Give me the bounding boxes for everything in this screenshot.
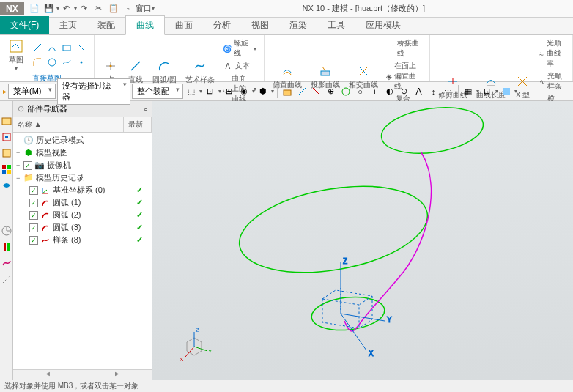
tb-icon-1[interactable]: ⬚ bbox=[185, 85, 198, 98]
nav-icon-1[interactable] bbox=[1, 116, 12, 126]
tab-file[interactable]: 文件(F) bbox=[0, 16, 49, 34]
tab-view[interactable]: 视图 bbox=[241, 16, 279, 34]
tb-icon-16[interactable]: ↕ bbox=[427, 85, 440, 98]
sketch-line-grid bbox=[31, 41, 88, 69]
tb-icon-2[interactable]: ⊡ bbox=[204, 85, 217, 98]
tb-icon-12[interactable]: + bbox=[369, 85, 382, 98]
tb-icon-18[interactable]: ▦ bbox=[462, 85, 475, 98]
tab-analysis[interactable]: 分析 bbox=[203, 16, 241, 34]
tb-icon-3[interactable]: ⊞ bbox=[223, 85, 236, 98]
tb-icon-7[interactable] bbox=[295, 85, 308, 98]
tb-icon-11[interactable]: ○ bbox=[354, 85, 367, 98]
nav-icon-5[interactable] bbox=[1, 180, 12, 191]
window-title: NX 10 - 建模 - [hua.prt（修改的）] bbox=[155, 3, 573, 14]
nav-icon-8[interactable] bbox=[1, 258, 12, 268]
nav-icon-4[interactable] bbox=[1, 164, 12, 174]
viewport-3d[interactable]: Z Y X Z Y X bbox=[152, 101, 573, 380]
tab-render[interactable]: 渲染 bbox=[279, 16, 317, 34]
menu-caret-icon: ▸ bbox=[3, 87, 7, 95]
bridge-curve-button[interactable]: ⌒桥接曲线 bbox=[385, 37, 424, 59]
panel-close-icon[interactable]: ▫ bbox=[144, 105, 147, 114]
art-spline-button[interactable]: 艺术样条 bbox=[183, 57, 217, 86]
nav-icon-3[interactable] bbox=[1, 148, 12, 158]
svg-line-9 bbox=[131, 62, 140, 70]
spline-icon bbox=[40, 235, 51, 245]
tb-icon-17[interactable]: ⋯ bbox=[442, 85, 455, 98]
svg-rect-20 bbox=[5, 136, 8, 138]
xtype-button[interactable]: X 型 bbox=[512, 73, 533, 101]
menu-dropdown[interactable]: 菜单(M) bbox=[8, 84, 56, 99]
tab-curve[interactable]: 曲线 bbox=[125, 15, 165, 35]
tree-csys[interactable]: ✓基准坐标系 (0)✓ bbox=[13, 184, 152, 196]
tb-icon-9[interactable]: ⊕ bbox=[325, 85, 338, 98]
tree-model-history[interactable]: −📁模型历史记录 bbox=[13, 171, 152, 184]
ribbon-group-curve: 点 直线 圆弧/圆 艺术样条 🌀螺旋线▾ A文本 ◡曲面上的曲线▾ 曲线 bbox=[95, 35, 265, 81]
tab-app[interactable]: 应用模块 bbox=[355, 16, 411, 34]
tree-arc-1[interactable]: ✓圆弧 (1)✓ bbox=[13, 196, 152, 209]
tb-icon-20[interactable] bbox=[500, 85, 513, 98]
tb-icon-15[interactable]: ⋀ bbox=[413, 85, 426, 98]
nav-icon-6[interactable] bbox=[1, 226, 12, 236]
sketch-button[interactable]: 草图 ▾ bbox=[6, 37, 26, 73]
scope-dropdown[interactable]: 整个装配 bbox=[132, 84, 183, 99]
tb-icon-5[interactable]: ⬢ bbox=[256, 85, 270, 98]
cut-icon[interactable]: ✂ bbox=[92, 1, 106, 16]
navigator-scroll[interactable]: ◄► bbox=[13, 369, 152, 380]
nav-icon-2[interactable] bbox=[1, 132, 12, 142]
svg-rect-13 bbox=[284, 90, 291, 95]
tab-assembly[interactable]: 装配 bbox=[87, 16, 125, 34]
svg-rect-24 bbox=[2, 170, 6, 174]
tab-surface[interactable]: 曲面 bbox=[165, 16, 203, 34]
svg-rect-10 bbox=[321, 71, 330, 75]
tree-arc-2[interactable]: ✓圆弧 (2)✓ bbox=[13, 209, 152, 221]
spiral-button[interactable]: 🌀螺旋线▾ bbox=[221, 37, 258, 59]
tree-spline-8[interactable]: ✓样条 (8)✓ bbox=[13, 234, 152, 246]
svg-rect-25 bbox=[7, 170, 11, 174]
col-name[interactable]: 名称 ▲ bbox=[13, 117, 124, 132]
tab-tool[interactable]: 工具 bbox=[317, 16, 355, 34]
line-tool-icon[interactable] bbox=[31, 41, 44, 54]
ribbon: 草图 ▾ 直接草图 点 直线 圆弧/圆 艺术样条 🌀螺旋线▾ bbox=[0, 35, 573, 82]
redo-icon[interactable]: ↷ bbox=[77, 1, 92, 16]
fillet-tool-icon[interactable] bbox=[31, 56, 44, 69]
new-icon[interactable]: 📄 bbox=[27, 1, 42, 16]
svg-line-34 bbox=[42, 190, 47, 193]
point-tool-icon[interactable] bbox=[75, 56, 88, 69]
diag-tool-icon[interactable] bbox=[75, 41, 88, 54]
tb-icon-6[interactable] bbox=[281, 85, 294, 98]
tree-model-view[interactable]: +⬢模型视图 bbox=[13, 147, 152, 159]
tb-icon-13[interactable]: ◐ bbox=[383, 85, 396, 98]
arc-button[interactable]: 圆弧/圆 bbox=[150, 57, 179, 86]
smooth-spline-button[interactable]: ∿光顺样条 bbox=[537, 70, 566, 92]
svg-text:Z: Z bbox=[343, 257, 347, 265]
tree-arc-3[interactable]: ✓圆弧 (3)✓ bbox=[13, 221, 152, 234]
tab-home[interactable]: 主页 bbox=[49, 16, 87, 34]
filter-dropdown[interactable]: 没有选择过滤器 bbox=[57, 78, 130, 105]
save-icon[interactable]: 💾 bbox=[42, 1, 56, 16]
text-button[interactable]: A文本 bbox=[221, 60, 258, 72]
col-status[interactable]: 最新 bbox=[124, 117, 152, 132]
tb-icon-10[interactable] bbox=[339, 85, 352, 98]
window-label[interactable]: 窗口 bbox=[136, 3, 152, 14]
window-icon[interactable]: ▫ bbox=[121, 1, 136, 16]
tb-icon-8[interactable] bbox=[310, 85, 323, 98]
arc-tool-icon[interactable] bbox=[45, 41, 59, 54]
arc-icon bbox=[40, 223, 51, 233]
circle-tool-icon[interactable] bbox=[45, 56, 59, 69]
copy-icon[interactable]: 📋 bbox=[106, 1, 121, 16]
spline-tool-icon[interactable] bbox=[60, 56, 73, 69]
nav-icon-9[interactable] bbox=[1, 274, 12, 284]
svg-line-14 bbox=[298, 88, 306, 95]
smooth-rate-button[interactable]: ≈光顺曲线率 bbox=[537, 37, 566, 70]
menu-tabs: 文件(F) 主页 装配 曲线 曲面 分析 视图 渲染 工具 应用模块 bbox=[0, 18, 573, 35]
tb-icon-4[interactable]: ◉ bbox=[237, 85, 251, 98]
tb-icon-19[interactable]: ⊡ bbox=[481, 85, 494, 98]
tb-icon-14[interactable]: ⊙ bbox=[398, 85, 411, 98]
rect-tool-icon[interactable] bbox=[60, 41, 73, 54]
tree-history-mode[interactable]: 🕓历史记录模式 bbox=[13, 134, 152, 147]
svg-rect-30 bbox=[7, 243, 10, 251]
svg-rect-18 bbox=[2, 118, 11, 125]
tree-camera[interactable]: +✓📷摄像机 bbox=[13, 159, 152, 171]
nav-icon-7[interactable] bbox=[1, 242, 12, 252]
undo-icon[interactable]: ↶ bbox=[59, 1, 74, 16]
